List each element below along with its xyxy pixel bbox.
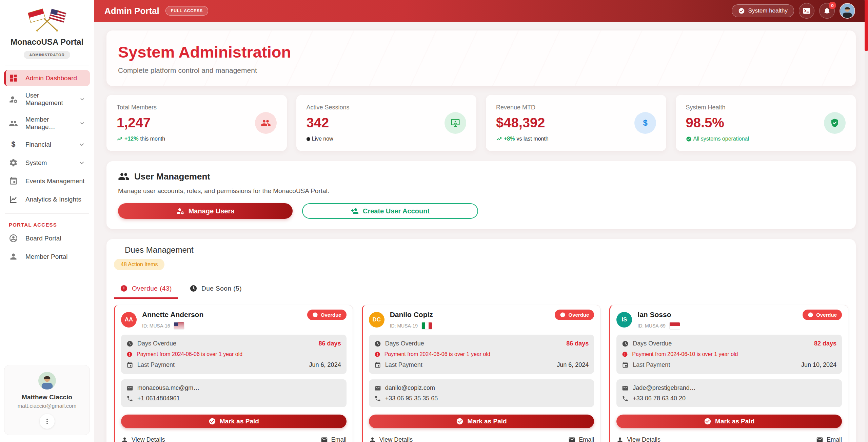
user-avatar-button[interactable] <box>840 3 855 19</box>
days-overdue-value: 86 days <box>319 340 341 347</box>
row-label: Last Payment <box>633 361 670 369</box>
member-card: AA Annette Anderson ID: MUSA-16 <box>114 305 353 442</box>
view-details-link[interactable]: View Details <box>369 436 413 442</box>
sidebar-item-financial[interactable]: Financial <box>4 136 90 152</box>
create-user-account-button[interactable]: Create User Account <box>302 203 478 219</box>
member-email-link[interactable]: monacousa.mc@gm… <box>126 383 341 393</box>
member-card-footer: View Details Email <box>121 436 347 442</box>
status-label: Overdue <box>816 312 837 318</box>
chevron-down-icon <box>79 96 85 103</box>
member-email-link[interactable]: Jade@prestigebrand… <box>622 383 836 393</box>
header-actions: System healthy 0 <box>732 3 858 19</box>
scrollbar-thumb[interactable] <box>865 0 868 51</box>
member-phone: +33 06 95 35 35 65 <box>385 395 438 402</box>
days-overdue-value: 82 days <box>814 340 836 347</box>
stat-label: Revenue MTD <box>496 104 549 111</box>
mark-as-paid-button[interactable]: Mark as Paid <box>369 415 594 428</box>
member-email-link[interactable]: danilo@copiz.com <box>374 383 589 393</box>
alert-icon <box>622 351 628 357</box>
member-id-row: ID: MUSA-16 <box>142 322 203 329</box>
live-dot <box>307 137 310 141</box>
mail-icon <box>374 385 381 392</box>
link-label: Email <box>579 436 594 442</box>
member-phone-link[interactable]: +1 0614804961 <box>126 393 341 404</box>
phone-icon <box>374 395 381 402</box>
email-link[interactable]: Email <box>568 436 594 442</box>
member-cards-row-1: AA Annette Anderson ID: MUSA-16 <box>114 305 848 442</box>
calendar-icon <box>9 176 18 186</box>
sidebar-item-member-portal[interactable]: Member Portal <box>4 249 90 265</box>
link-label: View Details <box>627 436 660 442</box>
member-phone-link[interactable]: +33 06 78 63 40 20 <box>622 393 836 404</box>
trend-up-icon <box>496 136 502 142</box>
manage-users-button[interactable]: Manage Users <box>118 203 293 219</box>
sidebar-item-user-management[interactable]: User Management <box>4 88 90 110</box>
tab-overdue[interactable]: Overdue (43) <box>114 280 178 299</box>
row-label: Days Overdue <box>385 340 424 347</box>
member-card-header: IS Ian Sosso ID: MUSA-69 <box>616 310 842 329</box>
dots-vertical-icon <box>43 418 51 425</box>
sidebar-item-events-management[interactable]: Events Management <box>4 173 90 189</box>
email-link[interactable]: Email <box>321 436 347 442</box>
sidebar-item-label: Financial <box>25 141 51 148</box>
last-payment-row: Last Payment Jun 6, 2024 <box>126 359 341 371</box>
system-healthy-badge[interactable]: System healthy <box>732 4 794 17</box>
system-healthy-label: System healthy <box>748 7 788 14</box>
sidebar-item-system[interactable]: System <box>4 155 90 171</box>
dollar-icon <box>634 112 656 134</box>
content-area: System Administration Complete platform … <box>94 22 868 442</box>
user-management-section: User Management Manage user accounts, ro… <box>106 161 856 229</box>
status-badge: Overdue <box>803 310 842 320</box>
view-details-link[interactable]: View Details <box>121 436 165 442</box>
monaco-flag <box>28 9 45 22</box>
tab-due-soon[interactable]: Due Soon (5) <box>183 280 248 299</box>
mark-as-paid-button[interactable]: Mark as Paid <box>121 415 347 428</box>
member-id-row: ID: MUSA-69 <box>637 322 679 329</box>
member-phone: +1 0614804961 <box>137 395 180 402</box>
admin-portal-page: MonacoUSA Portal ADMINISTRATOR Admin Das… <box>0 0 868 442</box>
link-label: Email <box>331 436 347 442</box>
tab-label: Due Soon (5) <box>201 285 242 292</box>
phone-icon <box>622 395 629 402</box>
member-name: Annette Anderson <box>142 311 203 319</box>
hero-card: System Administration Complete platform … <box>106 30 856 86</box>
scrollbar-track <box>865 0 868 442</box>
mark-as-paid-button[interactable]: Mark as Paid <box>616 415 842 428</box>
last-payment-value: Jun 6, 2024 <box>557 361 589 369</box>
notifications-button[interactable]: 0 <box>819 3 835 19</box>
profile-menu-button[interactable] <box>40 414 55 429</box>
sidebar-item-label: Board Portal <box>25 235 61 242</box>
trend-caption: vs last month <box>516 136 548 142</box>
sidebar-item-analytics-insights[interactable]: Analytics & Insights <box>4 191 90 207</box>
sidebar-item-member-management[interactable]: Member Manage… <box>4 112 90 134</box>
last-payment-row: Last Payment Jun 6, 2024 <box>374 359 589 371</box>
terminal-button[interactable] <box>799 3 814 19</box>
button-label: Mark as Paid <box>467 418 507 425</box>
main-area: Admin Portal FULL ACCESS System healthy <box>94 0 868 442</box>
member-avatar: DC <box>369 312 384 328</box>
warning-text: Payment from 2024-06-06 is over 1 year o… <box>384 351 490 357</box>
notification-count-badge: 0 <box>829 2 836 9</box>
overdue-panel: Days Overdue 86 days Payment from 2024-0… <box>121 335 347 374</box>
member-phone: +33 06 78 63 40 20 <box>633 395 686 402</box>
clock-icon <box>126 340 133 347</box>
member-email: monacousa.mc@gm… <box>137 384 199 392</box>
email-link[interactable]: Email <box>816 436 842 442</box>
status-badge: Overdue <box>307 310 347 320</box>
sidebar-item-board-portal[interactable]: Board Portal <box>4 230 90 246</box>
last-payment-value: Jun 6, 2024 <box>309 361 341 369</box>
usa-flag <box>49 9 66 22</box>
days-overdue-row: Days Overdue 82 days <box>622 338 836 349</box>
mail-icon <box>321 436 328 442</box>
stat-value: 342 <box>307 115 350 130</box>
chart-icon <box>9 195 18 204</box>
header-title: Admin Portal <box>104 6 159 16</box>
button-label: Mark as Paid <box>715 418 754 425</box>
stat-label: System Health <box>686 104 749 111</box>
person-add-icon <box>351 207 359 215</box>
trend-value: +12% <box>124 136 138 142</box>
days-overdue-row: Days Overdue 86 days <box>374 338 589 349</box>
member-phone-link[interactable]: +33 06 95 35 35 65 <box>374 393 589 404</box>
sidebar-item-admin-dashboard[interactable]: Admin Dashboard <box>4 70 90 86</box>
view-details-link[interactable]: View Details <box>616 436 660 442</box>
